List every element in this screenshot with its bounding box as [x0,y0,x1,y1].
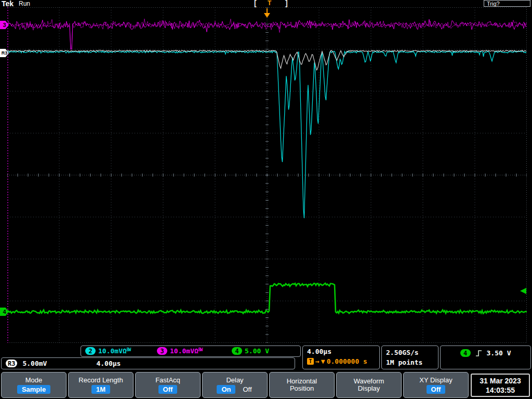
menu-fastacq-button[interactable]: FastAcq Off [135,372,201,398]
menu-delay-on-option[interactable]: On [217,385,235,394]
record-length: 1M points [386,357,434,367]
menu-mode-value[interactable]: Sample [17,385,50,394]
reference-readout: R3 5.00mV 4.00µs [1,357,295,369]
time-text: 14:03:55 [486,385,515,395]
menu-delay-off-option[interactable]: Off [242,385,252,393]
menu-xy-display-button[interactable]: XY Display Off [403,372,469,398]
menu-delay-button[interactable]: Delay On Off [202,372,268,398]
menu-waveform-display-button[interactable]: Waveform Display [336,372,402,398]
delay-readout: T → ▼ 0.000000 s [307,357,375,365]
menu-mode-title: Mode [25,377,43,384]
expansion-marker-arrow-icon [264,13,270,18]
menu-xy-display-title: XY Display [419,377,452,384]
ch4-scale: 5.00 V [245,347,269,355]
trigger-t-icon: T [307,358,314,365]
date-text: 31 Mar 2023 [480,376,521,385]
acquisition-readout: 2.50GS/s 1M points [381,345,438,369]
ch4-readout: 4 5.00 V [232,347,269,355]
ch3-readout: 3 10.0mVΩBW [157,347,202,355]
expansion-point-marker [264,8,270,18]
trigger-level: 3.50 V [487,349,511,357]
record-view-left-bracket: [ [254,0,257,7]
trigger-status-indicator: Trig? [484,0,530,7]
delay-marker-icon: ▼ [321,357,325,365]
menu-record-length-title: Record Length [78,377,123,384]
menu-record-length-value[interactable]: 1M [91,385,110,394]
bottom-menu-bar: Mode Sample Record Length 1M FastAcq Off… [1,372,469,398]
menu-horizontal-position-button[interactable]: Horizontal Position [269,372,335,398]
acquisition-status: Run [19,0,30,7]
expansion-marker-stem [267,8,268,13]
ch3-badge: 3 [157,347,167,355]
delay-value: 0.000000 s [327,357,367,365]
readout-strip: 2 10.0mVΩBW 3 10.0mVΩBW 4 5.00 V R3 5.00… [0,344,532,371]
trigger-readout: 4 3.50 V [440,345,531,369]
channel-scale-readouts: 2 10.0mVΩBW 3 10.0mVΩBW 4 5.00 V [81,345,301,357]
sample-rate: 2.50GS/s [386,348,434,357]
menu-delay-options: On Off [217,385,252,394]
menu-horizontal-position-title: Horizontal Position [277,378,327,392]
waveform-display: 3 R3 4 [0,7,532,343]
top-status-bar: Tek Run [ T ] Trig? [0,0,532,7]
record-view-right-bracket: ] [285,0,288,7]
ref3-badge: R3 [6,360,17,367]
ch2-readout: 2 10.0mVΩBW [85,347,130,355]
timebase-scale: 4.00µs [307,348,375,355]
ch2-bw-limit: BW [127,348,131,352]
ch2-badge: 2 [85,347,96,355]
ch3-bw-limit: BW [198,348,203,352]
timebase-readout: 4.00µs T → ▼ 0.000000 s [302,345,380,369]
menu-mode-button[interactable]: Mode Sample [1,372,66,398]
menu-record-length-button[interactable]: Record Length 1M [68,372,134,398]
datetime-display: 31 Mar 2023 14:03:55 [471,374,530,397]
menu-delay-title: Delay [226,377,243,384]
ch4-badge: 4 [232,347,242,355]
menu-waveform-display-title: Waveform Display [344,378,394,392]
trigger-position-marker: T [268,0,271,7]
tek-logo: Tek [2,0,14,8]
ch3-scale: 10.0mVΩBW [170,347,202,355]
trigger-level-arrow[interactable] [520,288,526,294]
graticule [7,7,527,343]
rising-edge-icon [475,349,482,357]
trigger-source-badge: 4 [460,349,471,357]
ch2-scale: 10.0mVΩBW [98,347,130,355]
ref3-scale: 5.00mV [22,360,47,367]
menu-fastacq-value[interactable]: Off [158,385,178,394]
menu-fastacq-title: FastAcq [155,377,180,384]
menu-xy-display-value[interactable]: Off [427,385,446,394]
delay-arrow-icon: → [315,357,320,365]
ref3-timebase: 4.00µs [96,360,121,367]
